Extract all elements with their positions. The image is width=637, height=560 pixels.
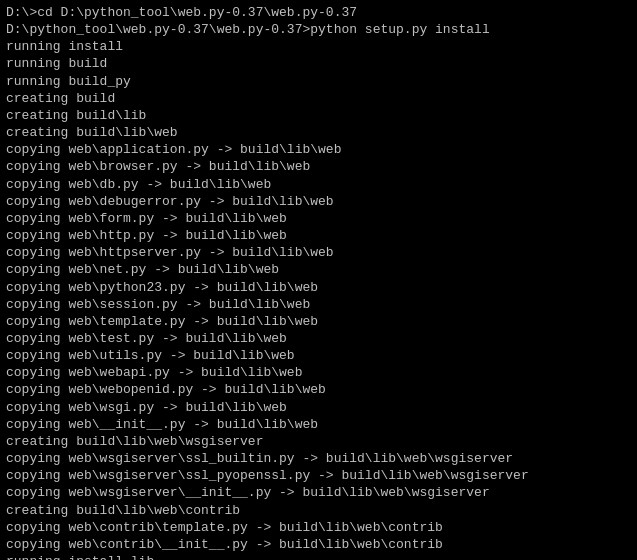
terminal-line-31: copying web\contrib\template.py -> build… bbox=[6, 519, 631, 536]
terminal-line-30: creating build\lib\web\contrib bbox=[6, 502, 631, 519]
terminal-line-19: copying web\template.py -> build\lib\web bbox=[6, 313, 631, 330]
terminal-line-5: running build_py bbox=[6, 73, 631, 90]
terminal-line-28: copying web\wsgiserver\ssl_pyopenssl.py … bbox=[6, 467, 631, 484]
terminal-line-18: copying web\session.py -> build\lib\web bbox=[6, 296, 631, 313]
terminal-line-14: copying web\http.py -> build\lib\web bbox=[6, 227, 631, 244]
terminal-line-7: creating build\lib bbox=[6, 107, 631, 124]
terminal-line-0: D:\>cd D:\python_tool\web.py-0.37\web.py… bbox=[6, 4, 631, 21]
terminal-line-10: copying web\browser.py -> build\lib\web bbox=[6, 158, 631, 175]
terminal-line-23: copying web\webopenid.py -> build\lib\we… bbox=[6, 381, 631, 398]
terminal-line-15: copying web\httpserver.py -> build\lib\w… bbox=[6, 244, 631, 261]
terminal-window: D:\>cd D:\python_tool\web.py-0.37\web.py… bbox=[0, 0, 637, 560]
terminal-line-4: running build bbox=[6, 55, 631, 72]
terminal-line-29: copying web\wsgiserver\__init__.py -> bu… bbox=[6, 484, 631, 501]
terminal-line-21: copying web\utils.py -> build\lib\web bbox=[6, 347, 631, 364]
terminal-line-6: creating build bbox=[6, 90, 631, 107]
terminal-line-26: creating build\lib\web\wsgiserver bbox=[6, 433, 631, 450]
terminal-line-11: copying web\db.py -> build\lib\web bbox=[6, 176, 631, 193]
terminal-line-2: D:\python_tool\web.py-0.37\web.py-0.37>p… bbox=[6, 21, 631, 38]
terminal-line-24: copying web\wsgi.py -> build\lib\web bbox=[6, 399, 631, 416]
terminal-line-27: copying web\wsgiserver\ssl_builtin.py ->… bbox=[6, 450, 631, 467]
terminal-line-12: copying web\debugerror.py -> build\lib\w… bbox=[6, 193, 631, 210]
terminal-line-13: copying web\form.py -> build\lib\web bbox=[6, 210, 631, 227]
terminal-line-3: running install bbox=[6, 38, 631, 55]
terminal-line-32: copying web\contrib\__init__.py -> build… bbox=[6, 536, 631, 553]
terminal-line-16: copying web\net.py -> build\lib\web bbox=[6, 261, 631, 278]
terminal-line-8: creating build\lib\web bbox=[6, 124, 631, 141]
terminal-line-17: copying web\python23.py -> build\lib\web bbox=[6, 279, 631, 296]
terminal-line-9: copying web\application.py -> build\lib\… bbox=[6, 141, 631, 158]
terminal-line-20: copying web\test.py -> build\lib\web bbox=[6, 330, 631, 347]
terminal-line-33: running install_lib bbox=[6, 553, 631, 560]
terminal-line-25: copying web\__init__.py -> build\lib\web bbox=[6, 416, 631, 433]
terminal-line-22: copying web\webapi.py -> build\lib\web bbox=[6, 364, 631, 381]
